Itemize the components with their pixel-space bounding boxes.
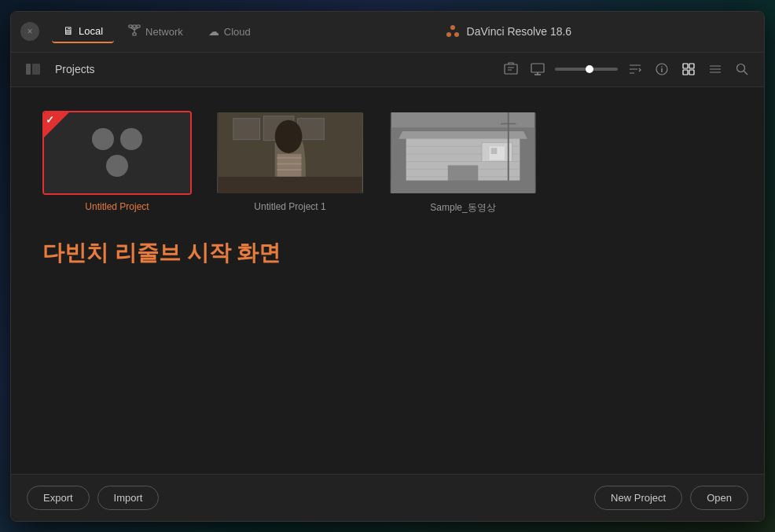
svg-rect-27 <box>689 70 694 75</box>
svg-rect-11 <box>32 64 40 75</box>
new-bin-icon[interactable] <box>501 60 520 79</box>
app-window: × 🖥 Local Ne <box>10 11 765 522</box>
tab-local[interactable]: 🖥 Local <box>52 20 114 43</box>
svg-point-31 <box>737 64 745 72</box>
tab-local-label: Local <box>79 25 103 37</box>
selected-checkmark <box>44 112 69 138</box>
app-title-area: DaVinci Resolve 18.6 <box>262 24 755 39</box>
project-thumbnail-sample[interactable] <box>388 111 538 195</box>
project-name-untitled-1: Untitled Project 1 <box>254 201 325 212</box>
svg-point-7 <box>450 25 455 30</box>
tabs-group: 🖥 Local Network <box>52 20 262 44</box>
project-thumbnail-untitled[interactable] <box>42 111 192 195</box>
page-title: Projects <box>55 63 95 75</box>
svg-rect-43 <box>219 176 362 193</box>
cloud-icon: ☁ <box>208 25 219 38</box>
tab-network-label: Network <box>145 26 183 38</box>
svg-rect-15 <box>531 64 544 72</box>
person-thumb <box>217 112 363 193</box>
title-bar: × 🖥 Local Ne <box>11 12 764 53</box>
open-button[interactable]: Open <box>690 486 748 510</box>
main-content: Untitled Project <box>11 87 764 521</box>
svg-point-8 <box>446 32 451 37</box>
project-name-sample: Sample_동영상 <box>430 201 495 215</box>
local-icon: 🖥 <box>63 24 74 37</box>
svg-rect-1 <box>133 25 136 28</box>
svg-rect-59 <box>391 180 535 193</box>
tab-cloud-label: Cloud <box>224 26 251 38</box>
project-card-untitled-1[interactable]: Untitled Project 1 <box>215 111 365 215</box>
project-name-untitled: Untitled Project <box>85 201 149 212</box>
svg-line-32 <box>744 72 748 75</box>
list-view-icon[interactable] <box>706 60 725 79</box>
circle-left <box>92 128 114 150</box>
toolbar: Projects <box>11 53 764 87</box>
svg-rect-24 <box>683 64 688 68</box>
svg-rect-12 <box>505 64 517 74</box>
svg-rect-2 <box>137 25 140 28</box>
project-card-untitled[interactable]: Untitled Project <box>42 111 192 215</box>
circle-bottom <box>106 155 128 177</box>
export-button[interactable]: Export <box>27 486 90 510</box>
display-icon[interactable] <box>528 60 547 79</box>
svg-point-23 <box>661 66 663 68</box>
svg-point-38 <box>275 119 303 152</box>
svg-point-9 <box>454 32 459 37</box>
svg-rect-10 <box>26 64 31 75</box>
bottom-left-actions: Export Import <box>27 486 159 510</box>
tab-network[interactable]: Network <box>117 20 194 44</box>
import-button[interactable]: Import <box>97 486 160 510</box>
sort-icon[interactable] <box>626 60 645 79</box>
circles-top-row <box>92 128 142 150</box>
tab-cloud[interactable]: ☁ Cloud <box>197 20 262 42</box>
zoom-slider-thumb <box>586 65 593 73</box>
info-icon[interactable] <box>652 60 671 79</box>
new-project-button[interactable]: New Project <box>594 486 682 510</box>
project-card-sample[interactable]: Sample_동영상 <box>388 111 538 215</box>
svg-rect-26 <box>683 70 688 75</box>
bottom-bar: Export Import New Project Open <box>11 474 764 521</box>
svg-rect-3 <box>133 33 136 35</box>
sidebar-toggle-button[interactable] <box>24 60 42 79</box>
close-button[interactable]: × <box>20 22 39 41</box>
svg-rect-25 <box>689 64 694 68</box>
app-title-text: DaVinci Resolve 18.6 <box>467 25 572 38</box>
svg-rect-0 <box>129 25 132 28</box>
davinci-circles-logo <box>92 128 142 177</box>
zoom-slider-container[interactable] <box>555 68 618 71</box>
close-icon: × <box>27 26 32 37</box>
grid-view-icon[interactable] <box>679 60 698 79</box>
svg-rect-35 <box>233 118 260 139</box>
korean-heading: 다빈치 리줄브 시작 화면 <box>42 238 733 268</box>
network-icon <box>128 24 141 39</box>
search-icon[interactable] <box>733 60 751 79</box>
projects-grid: Untitled Project <box>42 111 733 215</box>
zoom-slider[interactable] <box>555 68 618 71</box>
toolbar-icons <box>501 60 751 79</box>
svg-rect-56 <box>491 148 498 154</box>
davinci-logo-icon <box>445 24 461 39</box>
bottom-right-actions: New Project Open <box>594 486 748 510</box>
projects-area: Untitled Project <box>11 87 764 474</box>
circle-right <box>120 128 142 150</box>
project-thumbnail-untitled-1[interactable] <box>215 111 365 195</box>
street-thumb <box>390 112 536 193</box>
